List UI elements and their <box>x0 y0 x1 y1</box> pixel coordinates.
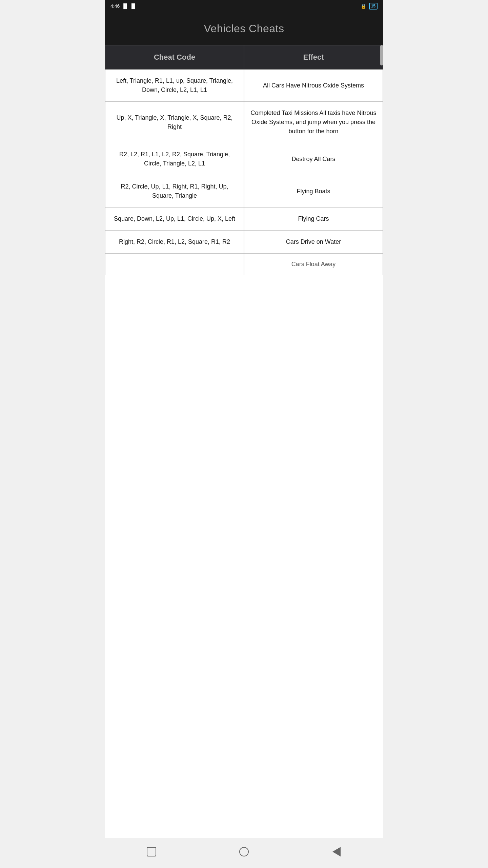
page-title: Vehicles Cheats <box>112 22 376 35</box>
table-header-row: Cheat Code Effect <box>105 45 383 70</box>
cheat-code-cell: Left, Triangle, R1, L1, up, Square, Tria… <box>105 70 244 102</box>
cheats-table: Cheat Code Effect Left, Triangle, R1, L1… <box>105 45 383 275</box>
table-row: Up, X, Triangle, X, Triangle, X, Square,… <box>105 102 383 143</box>
effect-cell: Cars Float Away <box>244 254 383 275</box>
col-header-effect: Effect <box>244 45 383 70</box>
table-row: Cars Float Away <box>105 254 383 275</box>
table-row: Right, R2, Circle, R1, L2, Square, R1, R… <box>105 231 383 254</box>
cheat-code-cell: Right, R2, Circle, R1, L2, Square, R1, R… <box>105 231 244 254</box>
signal-icons: ▐▌ ▐▌ <box>122 3 137 9</box>
cheats-table-container: Cheat Code Effect Left, Triangle, R1, L1… <box>105 45 383 838</box>
time: 4:46 <box>110 3 120 9</box>
effect-cell: All Cars Have Nitrous Oxide Systems <box>244 70 383 102</box>
back-icon <box>332 847 341 856</box>
nav-back-button[interactable] <box>330 845 343 859</box>
cheat-code-cell: R2, Circle, Up, L1, Right, R1, Right, Up… <box>105 175 244 208</box>
scrollbar[interactable] <box>380 45 383 65</box>
lock-icon: 🔒 <box>361 3 366 9</box>
nav-home-button[interactable] <box>237 845 251 859</box>
home-icon <box>239 847 249 856</box>
effect-cell: Cars Drive on Water <box>244 231 383 254</box>
cheat-code-cell: Square, Down, L2, Up, L1, Circle, Up, X,… <box>105 208 244 231</box>
table-row: R2, Circle, Up, L1, Right, R1, Right, Up… <box>105 175 383 208</box>
table-row: Square, Down, L2, Up, L1, Circle, Up, X,… <box>105 208 383 231</box>
page-title-container: Vehicles Cheats <box>105 12 383 45</box>
bottom-nav <box>105 838 383 868</box>
cheat-code-cell <box>105 254 244 275</box>
cheat-code-cell: Up, X, Triangle, X, Triangle, X, Square,… <box>105 102 244 143</box>
effect-cell: Destroy All Cars <box>244 143 383 175</box>
battery-indicator: 15 <box>369 3 378 9</box>
status-right: 🔒 15 <box>361 3 378 9</box>
col-header-cheat-code: Cheat Code <box>105 45 244 70</box>
status-left: 4:46 ▐▌ ▐▌ <box>110 3 137 9</box>
effect-cell: Flying Boats <box>244 175 383 208</box>
effect-cell: Completed Taxi Missions All taxis have N… <box>244 102 383 143</box>
table-row: Left, Triangle, R1, L1, up, Square, Tria… <box>105 70 383 102</box>
status-bar: 4:46 ▐▌ ▐▌ 🔒 15 <box>105 0 383 12</box>
table-row: R2, L2, R1, L1, L2, R2, Square, Triangle… <box>105 143 383 175</box>
nav-recents-button[interactable] <box>145 845 158 859</box>
effect-cell: Flying Cars <box>244 208 383 231</box>
cheat-code-cell: R2, L2, R1, L1, L2, R2, Square, Triangle… <box>105 143 244 175</box>
recents-icon <box>147 847 156 856</box>
